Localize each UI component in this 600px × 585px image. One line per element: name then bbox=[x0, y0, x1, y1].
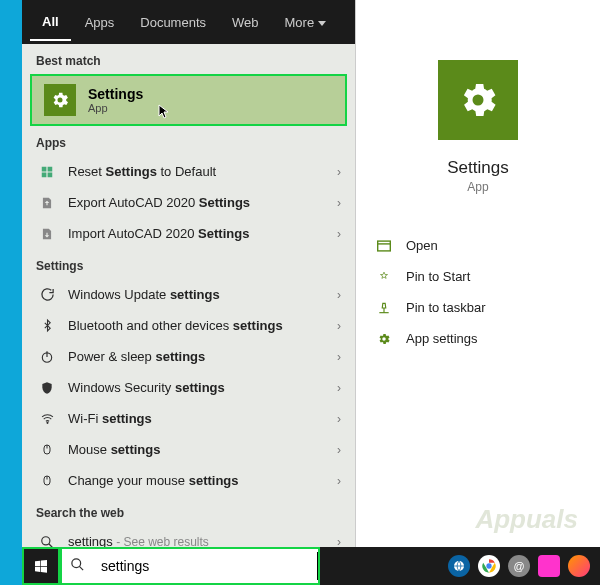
import-icon bbox=[36, 227, 58, 241]
pin-icon bbox=[374, 270, 394, 284]
action-label: Pin to taskbar bbox=[406, 300, 486, 315]
preview-panel: Settings App Open Pin to Start Pin to ta… bbox=[356, 0, 600, 560]
taskbar: @ bbox=[22, 547, 600, 585]
action-label: App settings bbox=[406, 331, 478, 346]
wifi-icon bbox=[36, 412, 58, 425]
preview-subtitle: App bbox=[467, 180, 488, 194]
action-pin-start[interactable]: Pin to Start bbox=[374, 261, 582, 292]
preview-title: Settings bbox=[447, 158, 508, 178]
chevron-right-icon: › bbox=[337, 412, 341, 426]
taskbar-tray: @ bbox=[448, 555, 600, 577]
chevron-right-icon: › bbox=[337, 196, 341, 210]
best-match-settings[interactable]: Settings App bbox=[30, 74, 347, 126]
watermark: Appuals bbox=[475, 504, 578, 535]
best-match-text: Settings App bbox=[88, 86, 143, 114]
shield-icon bbox=[36, 381, 58, 395]
setting-change-mouse[interactable]: Change your mouse settings › bbox=[22, 465, 355, 496]
list-item-label: Power & sleep settings bbox=[68, 349, 337, 364]
preview-app-tile bbox=[438, 60, 518, 140]
list-item-label: Windows Update settings bbox=[68, 287, 337, 302]
setting-wifi[interactable]: Wi-Fi settings › bbox=[22, 403, 355, 434]
svg-rect-9 bbox=[378, 241, 391, 251]
start-search-panel: All Apps Documents Web More Best match S… bbox=[22, 0, 356, 560]
action-open[interactable]: Open bbox=[374, 230, 582, 261]
setting-mouse[interactable]: Mouse settings › bbox=[22, 434, 355, 465]
mouse-icon bbox=[36, 442, 58, 457]
gear-icon bbox=[456, 78, 500, 122]
chevron-right-icon: › bbox=[337, 474, 341, 488]
start-button[interactable] bbox=[22, 547, 60, 585]
best-match-subtitle: App bbox=[88, 102, 143, 114]
list-item-label: Change your mouse settings bbox=[68, 473, 337, 488]
setting-power-sleep[interactable]: Power & sleep settings › bbox=[22, 341, 355, 372]
tab-all[interactable]: All bbox=[30, 4, 71, 41]
desktop-accent-strip bbox=[0, 0, 22, 585]
gear-icon bbox=[374, 332, 394, 346]
tab-more[interactable]: More bbox=[273, 5, 339, 40]
list-item-label: Wi-Fi settings bbox=[68, 411, 337, 426]
list-item-label: Import AutoCAD 2020 Settings bbox=[68, 226, 337, 241]
action-pin-taskbar[interactable]: Pin to taskbar bbox=[374, 292, 582, 323]
search-tabs-bar: All Apps Documents Web More bbox=[22, 0, 355, 44]
section-best-match: Best match bbox=[22, 44, 355, 74]
search-input[interactable] bbox=[93, 552, 318, 580]
setting-security[interactable]: Windows Security settings › bbox=[22, 372, 355, 403]
section-settings: Settings bbox=[22, 249, 355, 279]
svg-point-13 bbox=[72, 558, 81, 567]
chevron-right-icon: › bbox=[337, 165, 341, 179]
pin-icon bbox=[374, 301, 394, 315]
chevron-right-icon: › bbox=[337, 350, 341, 364]
svg-point-17 bbox=[486, 563, 491, 568]
chevron-down-icon bbox=[318, 21, 326, 26]
search-icon bbox=[62, 557, 93, 576]
section-apps: Apps bbox=[22, 126, 355, 156]
chevron-right-icon: › bbox=[337, 443, 341, 457]
best-match-title: Settings bbox=[88, 86, 143, 102]
app-icon[interactable] bbox=[448, 555, 470, 577]
open-icon bbox=[374, 240, 394, 252]
tab-documents[interactable]: Documents bbox=[128, 5, 218, 40]
action-label: Open bbox=[406, 238, 438, 253]
chevron-right-icon: › bbox=[337, 288, 341, 302]
setting-bluetooth[interactable]: Bluetooth and other devices settings › bbox=[22, 310, 355, 341]
gear-icon bbox=[44, 84, 76, 116]
tab-web[interactable]: Web bbox=[220, 5, 271, 40]
chevron-right-icon: › bbox=[337, 381, 341, 395]
taskbar-search[interactable] bbox=[60, 547, 320, 585]
svg-point-7 bbox=[42, 536, 50, 544]
preview-actions: Open Pin to Start Pin to taskbar App set… bbox=[356, 230, 600, 354]
power-icon bbox=[36, 350, 58, 364]
svg-point-2 bbox=[46, 422, 47, 423]
tab-apps[interactable]: Apps bbox=[73, 5, 127, 40]
svg-line-14 bbox=[79, 566, 83, 570]
action-app-settings[interactable]: App settings bbox=[374, 323, 582, 354]
section-search-web: Search the web bbox=[22, 496, 355, 526]
list-item-label: Mouse settings bbox=[68, 442, 337, 457]
windows-icon bbox=[33, 558, 49, 574]
refresh-icon bbox=[36, 287, 58, 302]
cursor-icon bbox=[158, 104, 174, 120]
list-item-label: Reset Settings to Default bbox=[68, 164, 337, 179]
app-icon[interactable] bbox=[568, 555, 590, 577]
list-item-label: Windows Security settings bbox=[68, 380, 337, 395]
list-item-label: Bluetooth and other devices settings bbox=[68, 318, 337, 333]
chevron-right-icon: › bbox=[337, 319, 341, 333]
reset-icon bbox=[36, 165, 58, 179]
app-export-autocad[interactable]: Export AutoCAD 2020 Settings › bbox=[22, 187, 355, 218]
app-icon[interactable]: @ bbox=[508, 555, 530, 577]
app-import-autocad[interactable]: Import AutoCAD 2020 Settings › bbox=[22, 218, 355, 249]
app-reset-settings[interactable]: Reset Settings to Default › bbox=[22, 156, 355, 187]
export-icon bbox=[36, 196, 58, 210]
app-icon[interactable] bbox=[478, 555, 500, 577]
chevron-right-icon: › bbox=[337, 227, 341, 241]
mouse-icon bbox=[36, 473, 58, 488]
action-label: Pin to Start bbox=[406, 269, 470, 284]
bluetooth-icon bbox=[36, 318, 58, 333]
app-icon[interactable] bbox=[538, 555, 560, 577]
list-item-label: Export AutoCAD 2020 Settings bbox=[68, 195, 337, 210]
setting-windows-update[interactable]: Windows Update settings › bbox=[22, 279, 355, 310]
